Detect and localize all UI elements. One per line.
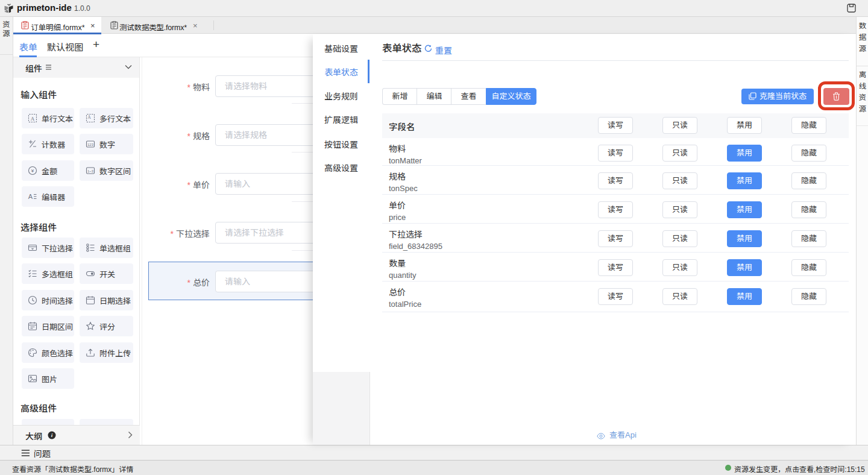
svg-text:¥: ¥: [31, 168, 34, 174]
svg-text:A: A: [28, 193, 33, 200]
svg-text:A: A: [31, 116, 35, 122]
svg-text:123: 123: [87, 143, 94, 146]
svg-text:A: A: [87, 115, 91, 120]
svg-text:1~3: 1~3: [87, 169, 94, 173]
